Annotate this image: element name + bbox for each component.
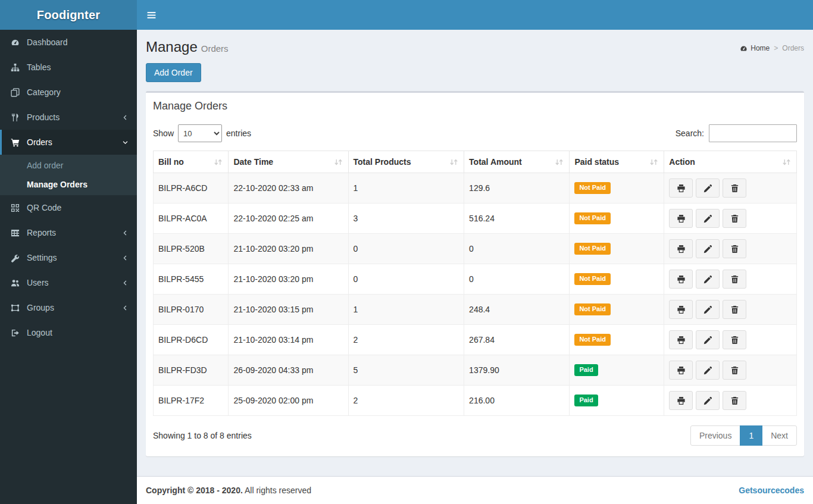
delete-button[interactable] <box>723 391 746 410</box>
hamburger-icon <box>146 10 157 20</box>
print-icon <box>677 184 686 193</box>
delete-button[interactable] <box>723 179 746 198</box>
breadcrumb-current: Orders <box>782 44 804 52</box>
copy-icon <box>10 88 20 97</box>
action-cell <box>664 355 797 386</box>
print-button[interactable] <box>669 239 693 258</box>
sidebar-item-category-container: Category <box>0 80 137 105</box>
sidebar-item-settings[interactable]: Settings <box>0 245 137 270</box>
sidebar-item-dashboard-container: Dashboard <box>0 30 137 55</box>
sidebar-item-logout[interactable]: Logout <box>0 320 137 345</box>
sidebar-item-label: Users <box>27 278 115 287</box>
sidebar: Foodignter DashboardTablesCategoryProduc… <box>0 0 137 504</box>
paid-status-cell: Not Paid <box>570 264 664 295</box>
sidebar-item-settings-container: Settings <box>0 245 137 270</box>
edit-button[interactable] <box>696 179 720 198</box>
action-cell <box>664 234 797 264</box>
print-button[interactable] <box>669 361 693 380</box>
breadcrumb-home-link[interactable]: Home <box>740 44 770 52</box>
date-time-cell: 22-10-2020 02:33 am <box>229 173 348 204</box>
pencil-icon <box>703 184 712 193</box>
edit-button[interactable] <box>696 391 720 410</box>
pencil-icon <box>703 275 712 284</box>
sidebar-item-dashboard[interactable]: Dashboard <box>0 30 137 55</box>
edit-button[interactable] <box>696 300 720 319</box>
print-button[interactable] <box>669 179 693 198</box>
column-header-date-time[interactable]: Date Time <box>229 151 348 173</box>
sidebar-submenu: Add orderManage Orders <box>0 155 137 195</box>
table-controls: Show 10 entries Search: <box>153 120 797 151</box>
delete-button[interactable] <box>723 361 746 380</box>
sidebar-item-users[interactable]: Users <box>0 270 137 295</box>
date-time-cell: 21-10-2020 03:20 pm <box>229 264 348 295</box>
page-1-button[interactable]: 1 <box>740 425 762 446</box>
sidebar-item-products[interactable]: Products <box>0 105 137 130</box>
sidebar-item-orders-container: OrdersAdd orderManage Orders <box>0 130 137 195</box>
total-products-cell: 3 <box>348 204 464 234</box>
print-icon <box>677 214 686 223</box>
print-button[interactable] <box>669 270 693 289</box>
pencil-icon <box>703 396 712 405</box>
brand-logo[interactable]: Foodignter <box>0 0 137 30</box>
previous-page-button[interactable]: Previous <box>690 425 740 446</box>
chevron-left-icon <box>122 305 129 311</box>
credit-link[interactable]: Getsourcecodes <box>739 486 804 495</box>
sidebar-item-label: Groups <box>27 303 115 312</box>
table-row: BILPR-17F225-09-2020 02:00 pm2216.00Paid <box>154 386 797 416</box>
sidebar-item-reports[interactable]: Reports <box>0 220 137 245</box>
print-button[interactable] <box>669 330 693 349</box>
edit-button[interactable] <box>696 270 720 289</box>
column-header-total-products[interactable]: Total Products <box>348 151 464 173</box>
delete-button[interactable] <box>723 330 746 349</box>
column-header-paid-status[interactable]: Paid status <box>570 151 664 173</box>
edit-button[interactable] <box>696 239 720 258</box>
trash-icon <box>730 396 739 405</box>
content-wrapper: ManageOrders Home > Orders Add Order Man… <box>137 30 813 476</box>
search-input[interactable] <box>709 124 797 142</box>
total-amount-cell: 0 <box>464 234 570 264</box>
sidebar-item-category[interactable]: Category <box>0 80 137 105</box>
total-amount-cell: 267.84 <box>464 325 570 355</box>
date-time-cell: 21-10-2020 03:15 pm <box>229 295 348 325</box>
edit-button[interactable] <box>696 209 720 228</box>
sidebar-item-qr-code[interactable]: QR Code <box>0 195 137 220</box>
total-amount-cell: 516.24 <box>464 204 570 234</box>
column-header-bill-no[interactable]: Bill no <box>154 151 229 173</box>
app-root: Foodignter DashboardTablesCategoryProduc… <box>0 0 813 504</box>
delete-button[interactable] <box>723 209 746 228</box>
edit-button[interactable] <box>696 330 720 349</box>
paid-status-cell: Not Paid <box>570 295 664 325</box>
delete-button[interactable] <box>723 270 746 289</box>
sidebar-item-groups[interactable]: Groups <box>0 295 137 320</box>
search-box: Search: <box>676 124 797 142</box>
sidebar-item-label: Orders <box>27 137 115 147</box>
paid-status-cell: Paid <box>570 355 664 386</box>
sitemap-icon <box>10 63 20 72</box>
next-page-button[interactable]: Next <box>762 425 797 446</box>
sidebar-toggle-button[interactable] <box>137 0 166 30</box>
sidebar-item-orders[interactable]: Orders <box>0 130 137 155</box>
entries-select[interactable]: 10 <box>178 124 222 142</box>
sidebar-subitem-add-order[interactable]: Add order <box>0 156 137 175</box>
delete-button[interactable] <box>723 239 746 258</box>
page-title: ManageOrders <box>146 39 229 55</box>
table-info: Showing 1 to 8 of 8 entries <box>153 431 252 440</box>
total-products-cell: 5 <box>348 355 464 386</box>
action-cell <box>664 295 797 325</box>
print-button[interactable] <box>669 209 693 228</box>
sort-icon <box>333 158 343 166</box>
add-order-button[interactable]: Add Order <box>146 63 201 82</box>
copyright-text: Copyright © 2018 - 2020. All rights rese… <box>146 486 311 495</box>
paid-status-badge: Paid <box>574 364 598 375</box>
print-button[interactable] <box>669 300 693 319</box>
sidebar-subitem-manage-orders[interactable]: Manage Orders <box>0 175 137 194</box>
total-amount-cell: 216.00 <box>464 386 570 416</box>
column-header-action[interactable]: Action <box>664 151 797 173</box>
edit-button[interactable] <box>696 361 720 380</box>
trash-icon <box>730 336 739 345</box>
paid-status-badge: Not Paid <box>574 243 611 254</box>
delete-button[interactable] <box>723 300 746 319</box>
column-header-total-amount[interactable]: Total Amount <box>464 151 570 173</box>
sidebar-item-tables[interactable]: Tables <box>0 55 137 80</box>
print-button[interactable] <box>669 391 693 410</box>
